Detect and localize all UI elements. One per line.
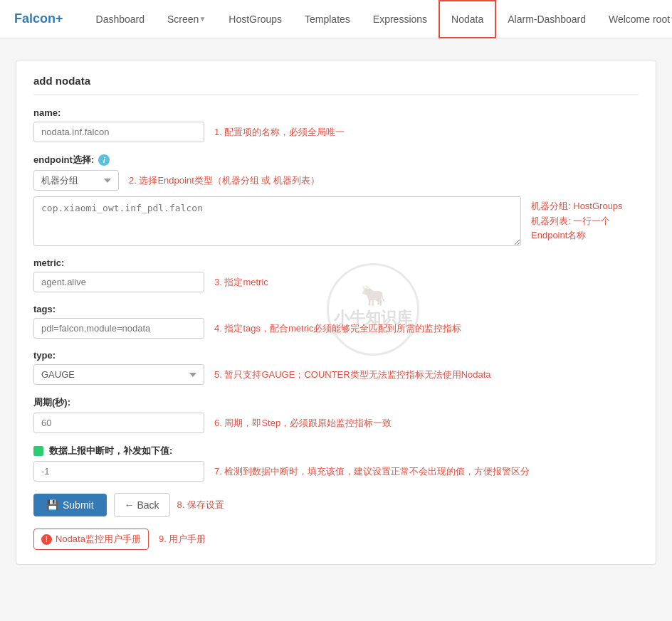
back-label: ← Back [125,499,159,511]
metric-row: 3. 指定metric [33,272,639,292]
name-hint: 1. 配置项的名称，必须全局唯一 [214,126,345,139]
type-group: type: GAUGE COUNTER 5. 暂只支持GAUGE；COUNTER… [33,350,639,385]
tags-hint: 4. 指定tags，配合metric必须能够完全匹配到所需的监控指标 [214,322,461,335]
tags-group: tags: 4. 指定tags，配合metric必须能够完全匹配到所需的监控指标 [33,304,639,339]
period-label: 周期(秒): [33,396,639,409]
nav-templates[interactable]: Templates [293,0,362,38]
type-row: GAUGE COUNTER 5. 暂只支持GAUGE；COUNTER类型无法监控… [33,364,639,385]
nav-items: Dashboard Screen ▼ HostGroups Templates … [85,0,672,38]
main-content: add nodata name: 1. 配置项的名称，必须全局唯一 endpoi… [1,38,671,586]
nav-nodata[interactable]: Nodata [439,0,496,38]
type-select[interactable]: GAUGE COUNTER [33,364,204,385]
metric-label: metric: [33,258,639,268]
submit-button[interactable]: 💾 Submit [33,494,107,516]
nav-alarm-dashboard[interactable]: Alarm-Dashboard [496,0,597,38]
mock-input[interactable] [33,461,204,482]
endpoint-select[interactable]: 机器分组 机器列表 [33,170,119,191]
endpoint-select-row: 机器分组 机器列表 2. 选择Endpoint类型（机器分组 或 机器列表） [33,170,639,191]
submit-hint: 8. 保存设置 [177,499,224,511]
nav-expressions[interactable]: Expressions [362,0,439,38]
navbar: Falcon+ Dashboard Screen ▼ HostGroups Te… [0,0,672,38]
manual-link-label: Nodata监控用户手册 [56,533,141,546]
endpoint-label: endpoint选择: i [33,154,639,166]
nav-dashboard[interactable]: Dashboard [85,0,157,38]
screen-dropdown-arrow: ▼ [199,15,206,23]
mock-hint: 7. 检测到数据中断时，填充该值，建议设置正常不会出现的值，方便报警区分 [214,465,530,478]
nav-welcome-root[interactable]: Welcome root ▼ [597,0,672,38]
type-hint: 5. 暂只支持GAUGE；COUNTER类型无法监控指标无法使用Nodata [214,368,491,381]
endpoint-select-hint: 2. 选择Endpoint类型（机器分组 或 机器列表） [129,174,320,187]
metric-hint: 3. 指定metric [214,276,268,289]
endpoint-group: endpoint选择: i 机器分组 机器列表 2. 选择Endpoint类型（… [33,154,639,246]
submit-label: Submit [63,499,94,511]
manual-row: ! Nodata监控用户手册 9. 用户手册 [33,529,639,550]
manual-link-icon: ! [41,534,52,545]
card-title: add nodata [33,75,639,95]
period-hint: 6. 周期，即Step，必须跟原始监控指标一致 [214,417,392,430]
mock-group: 数据上报中断时，补发如下值: 7. 检测到数据中断时，填充该值，建议设置正常不会… [33,445,639,482]
mock-label-text: 数据上报中断时，补发如下值: [49,445,172,457]
nav-screen[interactable]: Screen ▼ [156,0,217,38]
name-group: name: 1. 配置项的名称，必须全局唯一 [33,107,639,142]
nav-hostgroups[interactable]: HostGroups [217,0,293,38]
mock-indicator [33,446,43,456]
button-row: 💾 Submit ← Back 8. 保存设置 [33,493,639,517]
metric-input[interactable] [33,272,204,292]
name-row: 1. 配置项的名称，必须全局唯一 [33,122,639,142]
submit-icon: 💾 [46,499,58,511]
type-label: type: [33,350,639,361]
mock-row: 7. 检测到数据中断时，填充该值，建议设置正常不会出现的值，方便报警区分 [33,461,639,482]
endpoint-textarea-row: 机器分组: HostGroups 机器列表: 一行一个Endpoint名称 [33,196,639,246]
metric-group: metric: 3. 指定metric [33,258,639,292]
tags-row: 4. 指定tags，配合metric必须能够完全匹配到所需的监控指标 [33,318,639,339]
name-input[interactable] [33,122,204,142]
manual-hint: 9. 用户手册 [159,533,206,546]
period-row: 6. 周期，即Step，必须跟原始监控指标一致 [33,413,639,433]
name-label: name: [33,107,639,118]
period-group: 周期(秒): 6. 周期，即Step，必须跟原始监控指标一致 [33,396,639,433]
endpoint-textarea[interactable] [33,196,521,246]
mock-label-row: 数据上报中断时，补发如下值: [33,445,639,457]
tags-input[interactable] [33,318,204,339]
manual-link[interactable]: ! Nodata监控用户手册 [33,529,149,550]
back-button[interactable]: ← Back [114,493,170,517]
tags-label: tags: [33,304,639,314]
endpoint-info-icon[interactable]: i [98,154,110,166]
period-input[interactable] [33,413,204,433]
form-card: add nodata name: 1. 配置项的名称，必须全局唯一 endpoi… [16,60,656,565]
brand-logo[interactable]: Falcon+ [14,11,63,26]
endpoint-textarea-hint: 机器分组: HostGroups 机器列表: 一行一个Endpoint名称 [531,199,639,243]
